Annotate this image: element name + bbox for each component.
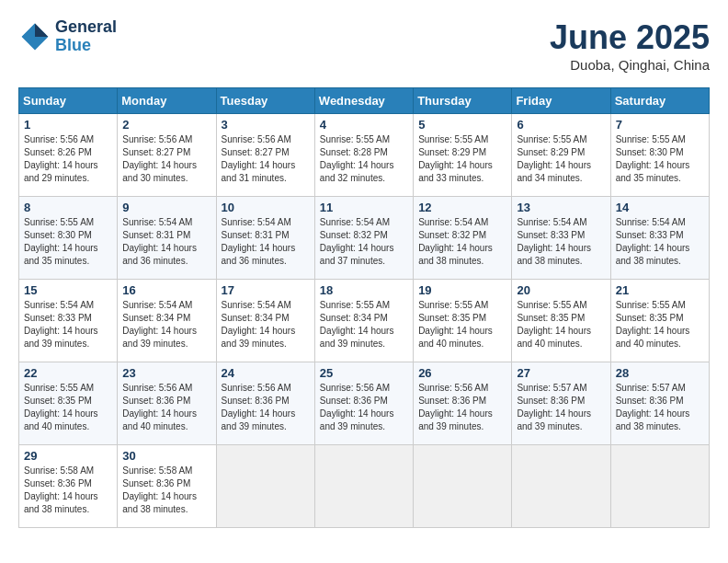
weekday-header-sunday: Sunday [19, 88, 118, 114]
weekday-header-saturday: Saturday [610, 88, 709, 114]
weekday-header-thursday: Thursday [414, 88, 512, 114]
logo-text: General Blue [55, 18, 117, 55]
calendar-cell: 10 Sunrise: 5:54 AM Sunset: 8:31 PM Dayl… [216, 197, 314, 280]
cell-info: Sunrise: 5:58 AM Sunset: 8:36 PM Dayligh… [24, 465, 112, 516]
weekday-header-row: SundayMondayTuesdayWednesdayThursdayFrid… [19, 88, 710, 114]
day-number: 28 [616, 366, 704, 380]
calendar-cell: 14 Sunrise: 5:54 AM Sunset: 8:33 PM Dayl… [610, 197, 709, 280]
location: Duoba, Qinghai, China [550, 57, 710, 73]
day-number: 1 [24, 118, 112, 132]
title-block: June 2025 Duoba, Qinghai, China [550, 18, 710, 73]
month-title: June 2025 [550, 18, 710, 57]
cell-info: Sunrise: 5:58 AM Sunset: 8:36 PM Dayligh… [122, 465, 210, 516]
calendar-cell: 8 Sunrise: 5:55 AM Sunset: 8:30 PM Dayli… [19, 197, 118, 280]
cell-info: Sunrise: 5:54 AM Sunset: 8:31 PM Dayligh… [222, 216, 310, 268]
calendar-cell [314, 445, 413, 528]
calendar-cell: 26 Sunrise: 5:56 AM Sunset: 8:36 PM Dayl… [414, 362, 512, 445]
cell-info: Sunrise: 5:55 AM Sunset: 8:30 PM Dayligh… [24, 216, 112, 268]
calendar-week-2: 8 Sunrise: 5:55 AM Sunset: 8:30 PM Dayli… [19, 197, 710, 280]
svg-marker-2 [22, 23, 35, 36]
day-number: 21 [616, 283, 704, 297]
day-number: 17 [222, 283, 310, 297]
cell-info: Sunrise: 5:56 AM Sunset: 8:27 PM Dayligh… [222, 133, 310, 185]
calendar-cell: 23 Sunrise: 5:56 AM Sunset: 8:36 PM Dayl… [118, 362, 216, 445]
calendar-cell: 22 Sunrise: 5:55 AM Sunset: 8:35 PM Dayl… [19, 362, 118, 445]
day-number: 10 [222, 201, 310, 214]
cell-info: Sunrise: 5:57 AM Sunset: 8:36 PM Dayligh… [517, 382, 605, 433]
day-number: 11 [320, 201, 408, 214]
cell-info: Sunrise: 5:56 AM Sunset: 8:27 PM Dayligh… [122, 133, 210, 185]
calendar-cell: 13 Sunrise: 5:54 AM Sunset: 8:33 PM Dayl… [512, 197, 610, 280]
day-number: 16 [122, 283, 210, 297]
cell-info: Sunrise: 5:56 AM Sunset: 8:36 PM Dayligh… [418, 382, 506, 433]
day-number: 19 [418, 283, 506, 297]
weekday-header-friday: Friday [512, 88, 610, 114]
calendar-cell: 15 Sunrise: 5:54 AM Sunset: 8:33 PM Dayl… [19, 280, 118, 362]
calendar-cell [610, 445, 709, 528]
day-number: 5 [418, 118, 506, 132]
cell-info: Sunrise: 5:56 AM Sunset: 8:36 PM Dayligh… [320, 382, 408, 433]
day-number: 14 [616, 201, 704, 214]
day-number: 12 [418, 201, 506, 214]
calendar-cell: 9 Sunrise: 5:54 AM Sunset: 8:31 PM Dayli… [118, 197, 216, 280]
day-number: 2 [122, 118, 210, 132]
cell-info: Sunrise: 5:55 AM Sunset: 8:30 PM Dayligh… [616, 133, 704, 185]
day-number: 3 [222, 118, 310, 132]
calendar-week-1: 1 Sunrise: 5:56 AM Sunset: 8:26 PM Dayli… [19, 114, 710, 197]
cell-info: Sunrise: 5:56 AM Sunset: 8:26 PM Dayligh… [24, 133, 112, 185]
calendar-cell: 27 Sunrise: 5:57 AM Sunset: 8:36 PM Dayl… [512, 362, 610, 445]
cell-info: Sunrise: 5:54 AM Sunset: 8:33 PM Dayligh… [517, 216, 605, 268]
calendar-cell: 12 Sunrise: 5:54 AM Sunset: 8:32 PM Dayl… [414, 197, 512, 280]
cell-info: Sunrise: 5:55 AM Sunset: 8:29 PM Dayligh… [517, 133, 605, 185]
cell-info: Sunrise: 5:55 AM Sunset: 8:35 PM Dayligh… [616, 299, 704, 350]
cell-info: Sunrise: 5:55 AM Sunset: 8:35 PM Dayligh… [24, 382, 112, 433]
day-number: 29 [24, 449, 112, 463]
calendar-table: SundayMondayTuesdayWednesdayThursdayFrid… [18, 87, 710, 528]
calendar-cell: 2 Sunrise: 5:56 AM Sunset: 8:27 PM Dayli… [118, 114, 216, 197]
cell-info: Sunrise: 5:54 AM Sunset: 8:32 PM Dayligh… [418, 216, 506, 268]
weekday-header-tuesday: Tuesday [216, 88, 314, 114]
svg-marker-1 [35, 23, 48, 36]
cell-info: Sunrise: 5:54 AM Sunset: 8:34 PM Dayligh… [122, 299, 210, 350]
day-number: 13 [517, 201, 605, 214]
calendar-cell: 1 Sunrise: 5:56 AM Sunset: 8:26 PM Dayli… [19, 114, 118, 197]
day-number: 25 [320, 366, 408, 380]
calendar-cell: 30 Sunrise: 5:58 AM Sunset: 8:36 PM Dayl… [118, 445, 216, 528]
calendar-cell: 7 Sunrise: 5:55 AM Sunset: 8:30 PM Dayli… [610, 114, 709, 197]
calendar-cell: 18 Sunrise: 5:55 AM Sunset: 8:34 PM Dayl… [314, 280, 413, 362]
calendar-cell [512, 445, 610, 528]
cell-info: Sunrise: 5:54 AM Sunset: 8:31 PM Dayligh… [122, 216, 210, 268]
day-number: 6 [517, 118, 605, 132]
calendar-cell [216, 445, 314, 528]
cell-info: Sunrise: 5:55 AM Sunset: 8:35 PM Dayligh… [418, 299, 506, 350]
weekday-header-wednesday: Wednesday [314, 88, 413, 114]
cell-info: Sunrise: 5:54 AM Sunset: 8:32 PM Dayligh… [320, 216, 408, 268]
cell-info: Sunrise: 5:54 AM Sunset: 8:34 PM Dayligh… [222, 299, 310, 350]
day-number: 4 [320, 118, 408, 132]
day-number: 30 [122, 449, 210, 463]
calendar-cell: 17 Sunrise: 5:54 AM Sunset: 8:34 PM Dayl… [216, 280, 314, 362]
cell-info: Sunrise: 5:56 AM Sunset: 8:36 PM Dayligh… [122, 382, 210, 433]
cell-info: Sunrise: 5:55 AM Sunset: 8:34 PM Dayligh… [320, 299, 408, 350]
calendar-cell: 28 Sunrise: 5:57 AM Sunset: 8:36 PM Dayl… [610, 362, 709, 445]
day-number: 15 [24, 283, 112, 297]
day-number: 22 [24, 366, 112, 380]
day-number: 26 [418, 366, 506, 380]
day-number: 9 [122, 201, 210, 214]
calendar-cell: 6 Sunrise: 5:55 AM Sunset: 8:29 PM Dayli… [512, 114, 610, 197]
weekday-header-monday: Monday [118, 88, 216, 114]
calendar-cell [414, 445, 512, 528]
calendar-cell: 3 Sunrise: 5:56 AM Sunset: 8:27 PM Dayli… [216, 114, 314, 197]
logo-icon [18, 20, 51, 53]
calendar-cell: 5 Sunrise: 5:55 AM Sunset: 8:29 PM Dayli… [414, 114, 512, 197]
day-number: 18 [320, 283, 408, 297]
logo: General Blue [18, 18, 117, 55]
cell-info: Sunrise: 5:54 AM Sunset: 8:33 PM Dayligh… [616, 216, 704, 268]
cell-info: Sunrise: 5:55 AM Sunset: 8:29 PM Dayligh… [418, 133, 506, 185]
cell-info: Sunrise: 5:55 AM Sunset: 8:35 PM Dayligh… [517, 299, 605, 350]
cell-info: Sunrise: 5:55 AM Sunset: 8:28 PM Dayligh… [320, 133, 408, 185]
cell-info: Sunrise: 5:57 AM Sunset: 8:36 PM Dayligh… [616, 382, 704, 433]
calendar-week-3: 15 Sunrise: 5:54 AM Sunset: 8:33 PM Dayl… [19, 280, 710, 362]
calendar-cell: 4 Sunrise: 5:55 AM Sunset: 8:28 PM Dayli… [314, 114, 413, 197]
day-number: 7 [616, 118, 704, 132]
